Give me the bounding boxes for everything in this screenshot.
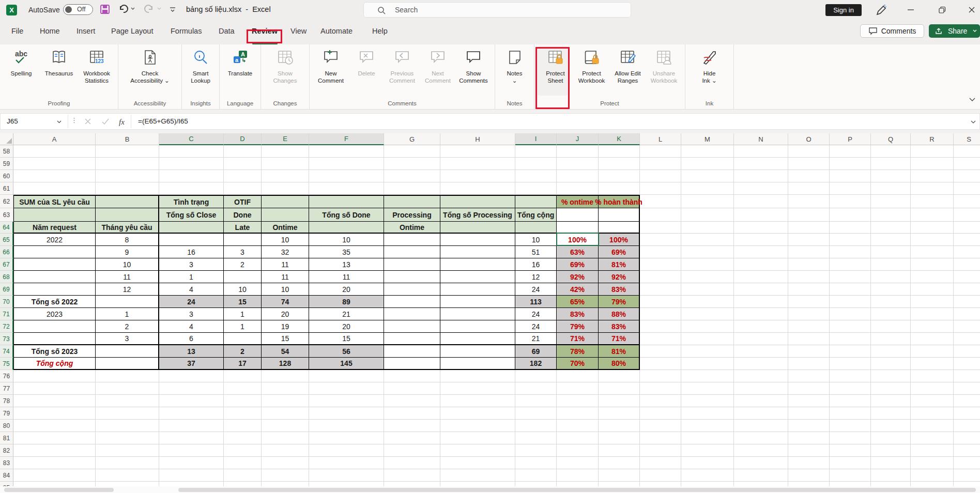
cell-B72[interactable]: 2 — [96, 320, 159, 333]
cell-F77[interactable] — [309, 382, 384, 395]
cell-C75[interactable]: 37 — [159, 358, 224, 370]
cell-E80[interactable] — [262, 420, 309, 432]
cell-K77[interactable] — [599, 382, 640, 395]
column-header-F[interactable]: F — [309, 133, 384, 145]
cell-C83[interactable] — [159, 457, 224, 469]
cell-J83[interactable] — [557, 457, 599, 469]
cell-L68[interactable] — [640, 271, 681, 283]
cell-R67[interactable] — [911, 258, 954, 271]
row-header-69[interactable]: 69 — [0, 283, 13, 296]
cell-E84[interactable] — [262, 469, 309, 482]
cell-A60[interactable] — [13, 170, 96, 182]
cell-A73[interactable] — [13, 333, 96, 345]
cell-R72[interactable] — [911, 320, 954, 333]
cell-C71[interactable]: 3 — [159, 308, 224, 320]
cell-M76[interactable] — [681, 370, 734, 382]
search-input[interactable]: Search — [363, 2, 631, 18]
cell-A64[interactable]: Năm request — [13, 222, 96, 234]
cell-G84[interactable] — [384, 469, 440, 482]
cell-L79[interactable] — [640, 407, 681, 420]
cell-O84[interactable] — [788, 469, 830, 482]
cell-D78[interactable] — [224, 395, 262, 407]
cell-M66[interactable] — [681, 246, 734, 258]
cell-E74[interactable]: 54 — [262, 345, 309, 358]
cell-R62[interactable] — [911, 195, 954, 208]
column-header-A[interactable]: A — [13, 133, 96, 145]
cell-B63[interactable] — [96, 208, 159, 222]
row-header-64[interactable]: 64 — [0, 222, 13, 234]
cell-H82[interactable] — [440, 444, 515, 457]
cell-M77[interactable] — [681, 382, 734, 395]
cell-F68[interactable]: 11 — [309, 271, 384, 283]
cell-R78[interactable] — [911, 395, 954, 407]
cell-F85[interactable] — [309, 482, 384, 486]
column-header-P[interactable]: P — [830, 133, 871, 145]
column-header-R[interactable]: R — [911, 133, 954, 145]
cell-A79[interactable] — [13, 407, 96, 420]
cell-D74[interactable]: 2 — [224, 345, 262, 358]
row-header-74[interactable]: 74 — [0, 345, 13, 358]
column-header-D[interactable]: D — [224, 133, 262, 145]
cell-A62[interactable]: SUM của SL yêu cầu — [13, 195, 96, 208]
cell-L85[interactable] — [640, 482, 681, 486]
row-header-58[interactable]: 58 — [0, 145, 13, 158]
cell-C81[interactable] — [159, 432, 224, 444]
cell-M64[interactable] — [681, 222, 734, 234]
row-header-72[interactable]: 72 — [0, 320, 13, 333]
cell-P82[interactable] — [830, 444, 871, 457]
cell-I74[interactable]: 69 — [515, 345, 557, 358]
cell-D66[interactable]: 3 — [224, 246, 262, 258]
cell-Q83[interactable] — [871, 457, 911, 469]
row-header-77[interactable]: 77 — [0, 382, 13, 395]
cell-Q65[interactable] — [871, 234, 911, 246]
cell-H81[interactable] — [440, 432, 515, 444]
cell-O73[interactable] — [788, 333, 830, 345]
cell-F76[interactable] — [309, 370, 384, 382]
cell-D75[interactable]: 17 — [224, 358, 262, 370]
cell-B65[interactable]: 8 — [96, 234, 159, 246]
cell-O81[interactable] — [788, 432, 830, 444]
cell-C84[interactable] — [159, 469, 224, 482]
cell-C66[interactable]: 16 — [159, 246, 224, 258]
cell-K63[interactable] — [599, 208, 640, 222]
cell-F61[interactable] — [309, 182, 384, 195]
cell-H68[interactable] — [440, 271, 515, 283]
row-header-61[interactable]: 61 — [0, 182, 13, 195]
row-header-73[interactable]: 73 — [0, 333, 13, 345]
cell-Q75[interactable] — [871, 358, 911, 370]
cell-N63[interactable] — [734, 208, 788, 222]
cell-L83[interactable] — [640, 457, 681, 469]
cell-I85[interactable] — [515, 482, 557, 486]
cell-K81[interactable] — [599, 432, 640, 444]
cell-B64[interactable]: Tháng yêu cầu — [96, 222, 159, 234]
cell-L67[interactable] — [640, 258, 681, 271]
column-header-J[interactable]: J — [557, 133, 599, 145]
tab-home[interactable]: Home — [40, 27, 60, 35]
allow-edit-ranges-button[interactable]: Allow EditRanges — [610, 46, 646, 98]
cell-K73[interactable]: 71% — [599, 333, 640, 345]
cell-O75[interactable] — [788, 358, 830, 370]
row-header-59[interactable]: 59 — [0, 158, 13, 170]
cell-C62[interactable]: Tình trạng — [159, 195, 224, 208]
cell-A84[interactable] — [13, 469, 96, 482]
cell-I59[interactable] — [515, 158, 557, 170]
cell-I82[interactable] — [515, 444, 557, 457]
row-header-80[interactable]: 80 — [0, 420, 13, 432]
cell-I78[interactable] — [515, 395, 557, 407]
cell-R70[interactable] — [911, 296, 954, 308]
cell-J62[interactable]: % ontime — [557, 195, 599, 208]
cell-D83[interactable] — [224, 457, 262, 469]
cell-Q81[interactable] — [871, 432, 911, 444]
cell-P79[interactable] — [830, 407, 871, 420]
cell-F66[interactable]: 35 — [309, 246, 384, 258]
cell-D59[interactable] — [224, 158, 262, 170]
cell-F84[interactable] — [309, 469, 384, 482]
cell-G72[interactable] — [384, 320, 440, 333]
cell-P60[interactable] — [830, 170, 871, 182]
cell-S85[interactable] — [954, 482, 980, 486]
cell-C69[interactable]: 4 — [159, 283, 224, 296]
cell-P83[interactable] — [830, 457, 871, 469]
cell-G62[interactable] — [384, 195, 440, 208]
cell-Q82[interactable] — [871, 444, 911, 457]
row-header-79[interactable]: 79 — [0, 407, 13, 420]
